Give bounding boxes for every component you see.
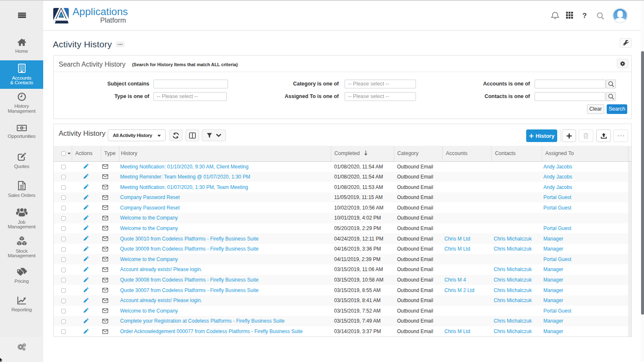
svg-text:1: 1 <box>21 127 23 130</box>
